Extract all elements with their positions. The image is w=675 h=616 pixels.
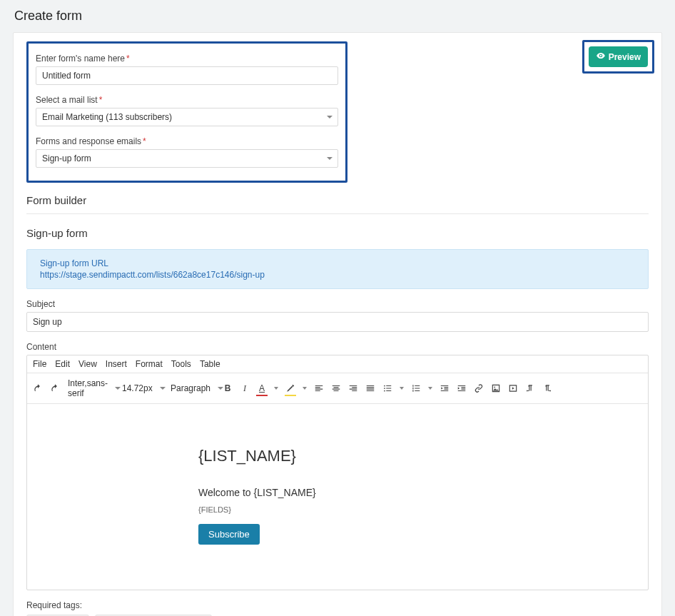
numbered-list-drop-icon[interactable] xyxy=(427,387,434,390)
bold-icon[interactable]: B xyxy=(221,382,234,395)
image-icon[interactable] xyxy=(489,382,502,395)
svg-point-0 xyxy=(384,385,385,387)
bullet-list-drop-icon[interactable] xyxy=(398,387,405,390)
highlight-color-icon[interactable] xyxy=(284,382,297,395)
page-title: Create form xyxy=(14,9,662,24)
rich-text-editor: File Edit View Insert Format Tools Table… xyxy=(26,355,649,590)
align-left-icon[interactable] xyxy=(313,382,325,395)
editor-canvas[interactable]: {LIST_NAME} Welcome to {LIST_NAME} {FIEL… xyxy=(27,404,648,590)
menu-table[interactable]: Table xyxy=(200,359,220,369)
editor-toolbar: Inter,sans-serif 14.72px Paragraph B I A xyxy=(27,373,648,404)
form-name-input[interactable] xyxy=(36,66,338,85)
editor-menubar: File Edit View Insert Format Tools Table xyxy=(27,355,648,373)
numbered-list-icon[interactable] xyxy=(410,382,422,395)
menu-edit[interactable]: Edit xyxy=(55,359,70,369)
eye-icon xyxy=(596,51,606,63)
editor-welcome-text: Welcome to {LIST_NAME} xyxy=(198,487,619,498)
menu-view[interactable]: View xyxy=(78,359,97,369)
subscribe-button[interactable]: Subscribe xyxy=(198,524,260,545)
preview-button-label: Preview xyxy=(609,52,641,62)
response-emails-select[interactable]: Sign-up form xyxy=(36,149,338,168)
link-icon[interactable] xyxy=(472,382,485,395)
config-highlight-box: Enter form's name here* Select a mail li… xyxy=(26,41,347,183)
response-emails-label: Forms and response emails* xyxy=(36,136,338,146)
signup-url-label: Sign-up form URL xyxy=(40,258,635,268)
preview-button[interactable]: Preview xyxy=(589,46,648,67)
editor-fields-tag: {FIELDS} xyxy=(198,505,619,514)
text-color-icon[interactable]: A xyxy=(255,382,268,395)
divider xyxy=(26,213,649,214)
signup-url-value[interactable]: https://stage.sendimpactt.com/lists/662a… xyxy=(40,270,635,280)
menu-format[interactable]: Format xyxy=(136,359,163,369)
form-builder-heading: Form builder xyxy=(26,194,649,206)
text-color-drop-icon[interactable] xyxy=(273,387,280,390)
required-tags-label: Required tags: xyxy=(26,600,649,610)
bullet-list-icon[interactable] xyxy=(381,382,394,395)
main-card: Preview Enter form's name here* Select a… xyxy=(13,32,662,616)
menu-insert[interactable]: Insert xyxy=(106,359,127,369)
align-justify-icon[interactable] xyxy=(364,382,377,395)
rtl-icon[interactable] xyxy=(541,382,554,395)
mail-list-label: Select a mail list* xyxy=(36,95,338,105)
preview-highlight-box: Preview xyxy=(582,40,654,74)
highlight-drop-icon[interactable] xyxy=(301,387,308,390)
content-label: Content xyxy=(26,342,649,352)
align-center-icon[interactable] xyxy=(330,382,342,395)
svg-point-2 xyxy=(384,390,385,392)
subject-input[interactable] xyxy=(26,312,649,332)
ltr-icon[interactable] xyxy=(524,382,537,395)
font-size-select[interactable]: 14.72px xyxy=(120,381,164,395)
redo-icon[interactable] xyxy=(49,382,61,395)
svg-point-3 xyxy=(494,386,495,388)
signup-form-heading: Sign-up form xyxy=(26,227,649,239)
outdent-icon[interactable] xyxy=(438,382,451,395)
subject-label: Subject xyxy=(26,299,649,309)
italic-icon[interactable]: I xyxy=(238,382,251,395)
menu-file[interactable]: File xyxy=(33,359,46,369)
undo-icon[interactable] xyxy=(31,382,44,395)
svg-point-1 xyxy=(384,388,385,389)
align-right-icon[interactable] xyxy=(347,382,360,395)
font-family-select[interactable]: Inter,sans-serif xyxy=(66,376,116,400)
signup-url-panel: Sign-up form URL https://stage.sendimpac… xyxy=(26,249,649,289)
video-icon[interactable] xyxy=(507,382,519,395)
form-name-label: Enter form's name here* xyxy=(36,54,338,64)
mail-list-select[interactable]: Email Marketing (113 subscribers) xyxy=(36,108,338,126)
menu-tools[interactable]: Tools xyxy=(171,359,191,369)
indent-icon[interactable] xyxy=(455,382,468,395)
paragraph-style-select[interactable]: Paragraph xyxy=(168,381,217,395)
editor-h1: {LIST_NAME} xyxy=(198,447,619,465)
